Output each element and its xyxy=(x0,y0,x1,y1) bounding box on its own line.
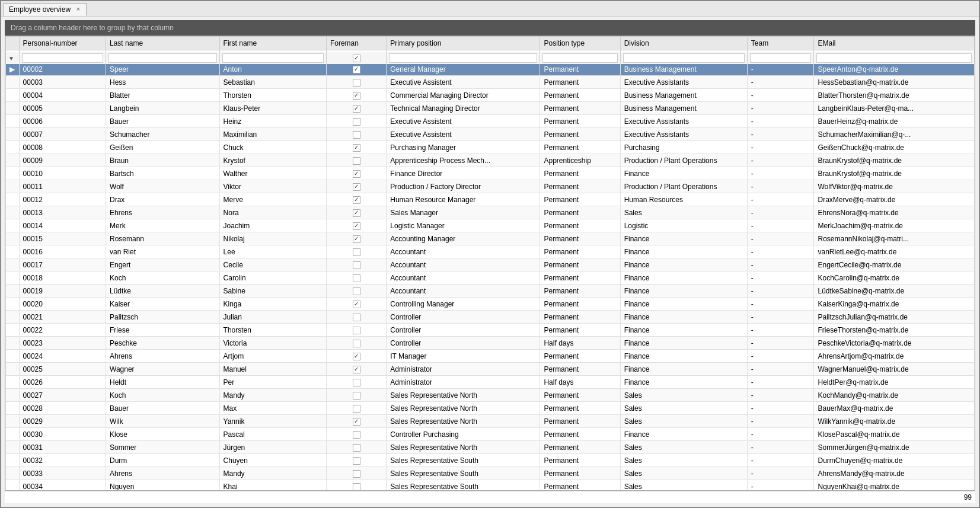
table-row[interactable]: 00028BauerMaxSales Representative NorthP… xyxy=(6,402,975,415)
table-row[interactable]: 00003HessSebastianExecutive AssistentPer… xyxy=(6,76,975,89)
table-row[interactable]: 00034NguyenKhaiSales Representative Sout… xyxy=(6,480,975,491)
cell-foreman xyxy=(326,298,386,311)
filter-foreman-checkbox[interactable] xyxy=(353,55,360,62)
filter-position-type-input[interactable] xyxy=(542,53,617,63)
col-header-division[interactable]: Division xyxy=(620,37,747,50)
foreman-checkbox[interactable] xyxy=(353,235,360,243)
foreman-checkbox[interactable] xyxy=(353,248,360,256)
table-row[interactable]: 00005LangbeinKlaus-PeterTechnical Managi… xyxy=(6,102,975,115)
table-row[interactable]: 00011WolfViktorProduction / Factory Dire… xyxy=(6,180,975,193)
foreman-checkbox[interactable] xyxy=(353,457,360,465)
table-row[interactable]: 00020KaiserKingaControlling ManagerPerma… xyxy=(6,298,975,311)
table-row[interactable]: 00009BraunKrystofApprenticeship Process … xyxy=(6,154,975,167)
table-row[interactable]: 00015RosemannNikolajAccounting ManagerPe… xyxy=(6,232,975,245)
foreman-checkbox[interactable] xyxy=(353,327,360,334)
foreman-checkbox[interactable] xyxy=(353,366,360,373)
table-row[interactable]: 00012DraxMerveHuman Resource ManagerPerm… xyxy=(6,193,975,206)
foreman-checkbox[interactable] xyxy=(353,379,360,386)
table-row[interactable]: 00019LüdtkeSabineAccountantPermanentFina… xyxy=(6,285,975,298)
cell-division: Sales xyxy=(620,467,747,480)
table-row[interactable]: 00024AhrensArtjomIT ManagerPermanentFina… xyxy=(6,350,975,363)
filter-team[interactable] xyxy=(747,52,814,64)
filter-position-type[interactable] xyxy=(540,52,620,64)
foreman-checkbox[interactable] xyxy=(353,222,360,230)
foreman-checkbox[interactable] xyxy=(353,274,360,282)
foreman-checkbox[interactable] xyxy=(353,92,360,100)
filter-first-name[interactable] xyxy=(219,52,326,64)
table-row[interactable]: 00033AhrensMandySales Representative Sou… xyxy=(6,467,975,480)
foreman-checkbox[interactable] xyxy=(353,196,360,204)
table-row[interactable]: 00006BauerHeinzExecutive AssistentPerman… xyxy=(6,115,975,128)
filter-foreman[interactable] xyxy=(326,52,386,64)
col-header-personal-number[interactable]: Personal-number xyxy=(19,37,106,50)
foreman-checkbox[interactable] xyxy=(353,405,360,413)
filter-personal-number-input[interactable] xyxy=(22,53,103,63)
col-header-email[interactable]: EMail xyxy=(814,37,975,50)
foreman-checkbox[interactable] xyxy=(353,261,360,269)
col-header-last-name[interactable]: Last name xyxy=(106,37,220,50)
foreman-checkbox[interactable] xyxy=(353,105,360,113)
filter-division-input[interactable] xyxy=(623,53,745,63)
table-row[interactable]: 00014MerkJoachimLogistic ManagerPermanen… xyxy=(6,219,975,232)
table-container[interactable]: Personal-number Last name First name For… xyxy=(5,36,975,491)
filter-personal-number[interactable] xyxy=(19,52,106,64)
tab-close-button[interactable]: × xyxy=(76,6,80,12)
filter-division[interactable] xyxy=(620,52,747,64)
foreman-checkbox[interactable] xyxy=(353,118,360,126)
table-row[interactable]: 00022FrieseThorstenControllerPermanentFi… xyxy=(6,324,975,337)
filter-email[interactable] xyxy=(814,52,975,64)
foreman-checkbox[interactable] xyxy=(353,431,360,439)
foreman-checkbox[interactable] xyxy=(353,79,360,87)
foreman-checkbox[interactable] xyxy=(353,340,360,347)
table-row[interactable]: 00029WilkYannikSales Representative Nort… xyxy=(6,415,975,428)
col-header-position-type[interactable]: Position type xyxy=(540,37,620,50)
col-header-team[interactable]: Team xyxy=(747,37,814,50)
filter-last-name[interactable] xyxy=(106,52,220,64)
col-header-primary-position[interactable]: Primary position xyxy=(387,37,540,50)
table-row[interactable]: 00008GeißenChuckPurchasing ManagerPerman… xyxy=(6,141,975,154)
foreman-checkbox[interactable] xyxy=(353,66,360,74)
foreman-checkbox[interactable] xyxy=(353,483,360,491)
table-row[interactable]: 00017EngertCecileAccountantPermanentFina… xyxy=(6,258,975,271)
table-row[interactable]: 00018KochCarolinAccountantPermanentFinan… xyxy=(6,271,975,285)
table-row[interactable]: 00010BartschWaltherFinance DirectorPerma… xyxy=(6,167,975,180)
foreman-checkbox[interactable] xyxy=(353,131,360,139)
table-row[interactable]: 00032DurmChuyenSales Representative Sout… xyxy=(6,454,975,467)
foreman-checkbox[interactable] xyxy=(353,157,360,165)
table-row[interactable]: 00021PalitzschJulianControllerPermanentF… xyxy=(6,311,975,324)
foreman-checkbox[interactable] xyxy=(353,301,360,308)
filter-last-name-input[interactable] xyxy=(108,53,217,63)
table-row[interactable]: 00004BlatterThorstenCommercial Managing … xyxy=(6,89,975,102)
foreman-checkbox[interactable] xyxy=(353,418,360,426)
col-header-foreman[interactable]: Foreman xyxy=(326,37,386,50)
foreman-checkbox[interactable] xyxy=(353,287,360,295)
filter-primary-position[interactable] xyxy=(387,52,540,64)
foreman-checkbox[interactable] xyxy=(353,144,360,152)
table-row[interactable]: 00025WagnerManuelAdministratorPermanentF… xyxy=(6,363,975,376)
foreman-checkbox[interactable] xyxy=(353,470,360,478)
foreman-checkbox[interactable] xyxy=(353,314,360,321)
table-row[interactable]: 00013EhrensNoraSales ManagerPermanentSal… xyxy=(6,206,975,219)
filter-first-name-input[interactable] xyxy=(222,53,324,63)
table-row[interactable]: 00026HeldtPerAdministratorHalf daysFinan… xyxy=(6,376,975,389)
table-row[interactable]: 00030KlosePascalController PurchasingPer… xyxy=(6,428,975,441)
filter-primary-position-input[interactable] xyxy=(389,53,537,63)
foreman-checkbox[interactable] xyxy=(353,183,360,191)
filter-email-input[interactable] xyxy=(816,53,972,63)
foreman-checkbox[interactable] xyxy=(353,209,360,217)
table-row[interactable]: ▶00002SpeerAntonGeneral ManagerPermanent… xyxy=(6,63,975,76)
row-indicator-cell xyxy=(6,89,20,102)
col-header-first-name[interactable]: First name xyxy=(219,37,326,50)
table-row[interactable]: 00016van RietLeeAccountantPermanentFinan… xyxy=(6,245,975,258)
tab-employee-overview[interactable]: Employee overview × xyxy=(4,3,87,16)
table-row[interactable]: 00007SchumacherMaximilianExecutive Assis… xyxy=(6,128,975,141)
filter-team-input[interactable] xyxy=(750,53,812,63)
table-row[interactable]: 00031SommerJürgenSales Representative No… xyxy=(6,441,975,454)
col-header-indicator[interactable] xyxy=(6,37,20,50)
table-row[interactable]: 00027KochMandySales Representative North… xyxy=(6,389,975,402)
foreman-checkbox[interactable] xyxy=(353,392,360,400)
table-row[interactable]: 00023PeschkeVictoriaControllerHalf daysF… xyxy=(6,337,975,350)
foreman-checkbox[interactable] xyxy=(353,353,360,360)
foreman-checkbox[interactable] xyxy=(353,170,360,178)
foreman-checkbox[interactable] xyxy=(353,444,360,452)
